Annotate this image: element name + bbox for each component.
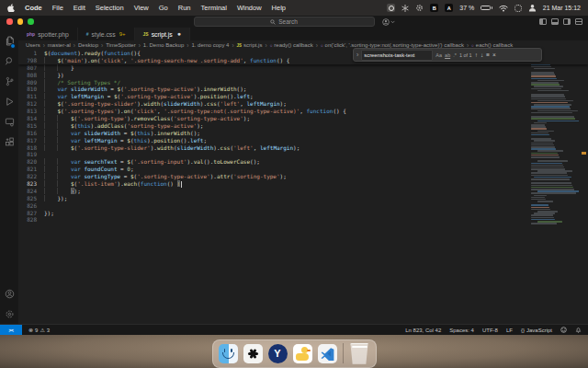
notifications-bell-icon[interactable]	[575, 327, 582, 333]
code-lines[interactable]: 807 }808 })809 /* Sorting Types */810 va…	[18, 64, 588, 224]
menubar-item-terminal[interactable]: Terminal	[201, 4, 227, 12]
menubar-item-go[interactable]: Go	[159, 4, 168, 12]
breadcrumb-separator: ›	[187, 42, 188, 49]
toggle-sidebar-button[interactable]	[539, 18, 547, 25]
zoom-window-button[interactable]	[28, 18, 34, 25]
breadcrumb-item[interactable]: master-al	[48, 42, 71, 48]
line-number: 817	[18, 137, 37, 144]
code-line: 809 /* Sorting Types */	[18, 79, 588, 86]
encoding-setting[interactable]: UTF-8	[482, 328, 498, 333]
menubar-item-app[interactable]: Code	[25, 4, 42, 12]
menubar-item-run[interactable]: Run	[178, 4, 191, 12]
find-in-selection-button[interactable]: ≡	[486, 52, 490, 58]
tab-script.js[interactable]: JSscript.js●	[135, 28, 190, 40]
menubar-item-edit[interactable]: Edit	[74, 4, 85, 12]
line-number: 809	[18, 79, 37, 86]
code-line: 819	[18, 151, 588, 158]
wifi-icon[interactable]	[499, 4, 508, 12]
tab-spotter.php[interactable]: phpspotter.php	[18, 28, 78, 40]
toggle-replace-chevron[interactable]: ›	[356, 52, 358, 58]
indentation-setting[interactable]: Spaces: 4	[449, 328, 474, 333]
dock-y-browser-icon[interactable]: Y	[268, 344, 288, 363]
menu-extra-icon-1[interactable]	[387, 4, 395, 12]
editor-group: phpspotter.php#style.css9+JSscript.js● U…	[18, 28, 588, 324]
remote-indicator[interactable]: ><	[0, 325, 22, 335]
vscode-window: Search	[0, 16, 588, 335]
settings-gear-icon[interactable]	[3, 304, 16, 324]
error-icon: ⊗	[28, 327, 33, 333]
breadcrumb-item[interactable]: ○ready() callback	[270, 42, 313, 48]
cursor-position[interactable]: Ln 823, Col 42	[405, 328, 441, 333]
breadcrumb-item[interactable]: TimeSpotter	[106, 42, 135, 48]
line-number: 811	[18, 93, 37, 100]
accounts-icon[interactable]	[3, 283, 16, 304]
source-control-icon[interactable]	[3, 71, 16, 91]
language-mode[interactable]: {} JavaScript	[521, 328, 552, 333]
input-source-icon[interactable]: A	[445, 4, 453, 12]
menubar-item-window[interactable]: Window	[237, 4, 262, 12]
previous-match-button[interactable]: ↑	[475, 52, 478, 58]
code-line: 828	[18, 216, 588, 224]
customize-layout-button[interactable]	[575, 18, 582, 25]
remote-explorer-icon[interactable]	[3, 111, 16, 132]
dock-trash-icon[interactable]	[349, 343, 370, 364]
eol-setting[interactable]: LF	[506, 328, 513, 333]
line-number: 808	[18, 72, 37, 79]
battery-icon[interactable]	[481, 6, 492, 10]
code-line: 821 var foundCount = 0;	[18, 166, 588, 173]
extensions-icon[interactable]	[3, 132, 16, 152]
breadcrumb-item[interactable]: 1. demo copy 4	[191, 42, 229, 48]
tab-style.css[interactable]: #style.css9+	[78, 28, 135, 40]
breadcrumb-item[interactable]: JSscript.js	[237, 42, 263, 48]
breadcrumb-item[interactable]: Desktop	[78, 42, 98, 48]
menubar-item-selection[interactable]: Selection	[96, 4, 124, 12]
account-button[interactable]	[382, 18, 395, 26]
explorer-icon[interactable]	[3, 30, 16, 51]
find-match-count: 1 of 1	[459, 52, 472, 58]
feedback-icon[interactable]	[560, 327, 567, 333]
menubar-item-view[interactable]: View	[134, 4, 149, 12]
line-number: 819	[18, 151, 37, 158]
line-number: 814	[18, 115, 37, 122]
tab-label: spotter.php	[38, 31, 69, 38]
close-window-button[interactable]	[6, 18, 13, 25]
find-widget: › screenshots-task-text Aa ab .* 1 of 1 …	[353, 48, 542, 62]
find-input[interactable]: screenshots-task-text	[361, 50, 433, 61]
match-case-toggle[interactable]: Aa	[435, 52, 442, 58]
tab-label: script.js	[152, 31, 173, 38]
breadcrumb-item[interactable]: Users	[26, 42, 40, 48]
file-type-icon: JS	[143, 31, 149, 37]
apple-logo-icon[interactable]	[7, 4, 15, 12]
user-menu-icon[interactable]	[528, 4, 537, 12]
dock-vscode-icon[interactable]	[318, 344, 337, 363]
run-debug-icon[interactable]	[3, 91, 16, 111]
macos-menubar: Code File Edit Selection View Go Run Ter…	[0, 0, 588, 16]
close-find-button[interactable]: ×	[492, 52, 496, 58]
menu-extra-icon-2[interactable]	[401, 4, 409, 12]
dock-cyberduck-icon[interactable]	[293, 344, 312, 363]
problems-indicator[interactable]: ⊗ 9 ⚠ 3	[28, 327, 50, 333]
command-center-search[interactable]: Search	[194, 17, 375, 27]
search-sidebar-icon[interactable]	[3, 51, 16, 71]
window-controls	[6, 18, 34, 25]
menubar-item-file[interactable]: File	[52, 4, 63, 12]
minimize-window-button[interactable]	[17, 18, 24, 25]
code-editor[interactable]: 1$(document).ready(function(){798 $('mai…	[18, 50, 588, 324]
breadcrumb-item[interactable]: 1. Demo Backup	[143, 42, 184, 48]
menubar-item-help[interactable]: Help	[272, 4, 286, 12]
minimap[interactable]	[529, 50, 579, 230]
menu-extra-gear-icon[interactable]	[415, 4, 424, 12]
whole-word-toggle[interactable]: ab	[445, 52, 450, 58]
regex-toggle[interactable]: .*	[453, 52, 457, 58]
dock-finder-icon[interactable]	[219, 344, 238, 363]
next-match-button[interactable]: ↓	[481, 52, 483, 58]
menu-extra-b-icon[interactable]: B	[430, 4, 438, 12]
menubar-clock[interactable]: 21 Mar 15:12	[543, 5, 581, 11]
stage-manager-icon[interactable]	[514, 5, 522, 12]
toggle-panel-button[interactable]	[551, 18, 559, 25]
toggle-secondary-sidebar-button[interactable]	[563, 18, 571, 25]
titlebar: Search	[0, 16, 588, 28]
overview-ruler[interactable]	[579, 50, 588, 324]
code-line: 822 var sortingType = $('.sorting-type-a…	[18, 173, 588, 180]
dock-chatgpt-icon[interactable]	[243, 344, 263, 363]
